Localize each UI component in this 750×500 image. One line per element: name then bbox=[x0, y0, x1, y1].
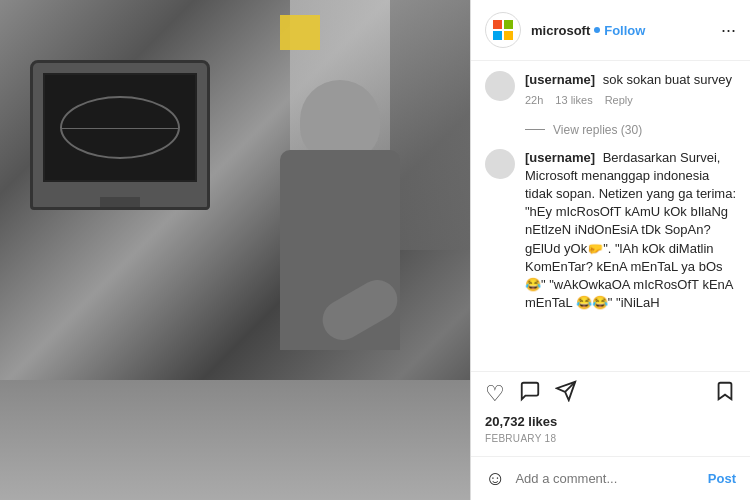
view-replies-label: View replies (30) bbox=[553, 123, 642, 137]
comment-time: 22h bbox=[525, 93, 543, 108]
like-button[interactable]: ♡ bbox=[485, 381, 505, 407]
comments-area[interactable]: [username] sok sokan buat survey 22h 13 … bbox=[471, 61, 750, 371]
post-comment-button[interactable]: Post bbox=[708, 471, 736, 486]
reply-button[interactable]: Reply bbox=[605, 93, 633, 108]
comment-text: sok sokan buat survey bbox=[603, 72, 732, 87]
desk bbox=[0, 380, 470, 500]
comment-likes: 13 likes bbox=[555, 93, 592, 108]
ms-logo-green bbox=[504, 20, 513, 29]
emoji-picker-button[interactable]: ☺ bbox=[485, 467, 505, 490]
follow-button[interactable]: Follow bbox=[604, 23, 645, 38]
ms-logo-red bbox=[493, 20, 502, 29]
commenter-username-2[interactable]: [username] bbox=[525, 150, 595, 165]
reply-line-decoration bbox=[525, 129, 545, 130]
comment-meta: 22h 13 likes Reply bbox=[525, 93, 736, 108]
action-buttons-row: ♡ bbox=[485, 380, 736, 408]
username-label[interactable]: microsoft bbox=[531, 23, 590, 38]
view-replies-button[interactable]: View replies (30) bbox=[525, 123, 736, 137]
comment-button[interactable] bbox=[519, 380, 541, 408]
commenter-avatar bbox=[485, 71, 515, 101]
comment-item: [username] sok sokan buat survey 22h 13 … bbox=[485, 71, 736, 109]
post-actions: ♡ 20,732 likes February 18 bbox=[471, 371, 750, 456]
person-silhouette bbox=[230, 80, 410, 380]
vintage-monitor bbox=[30, 60, 210, 210]
ms-logo-yellow bbox=[504, 31, 513, 40]
likes-count: 20,732 likes bbox=[485, 414, 736, 429]
post-date: February 18 bbox=[485, 433, 736, 444]
post-image bbox=[0, 0, 470, 500]
commenter-username[interactable]: [username] bbox=[525, 72, 595, 87]
comment-text-2: Berdasarkan Survei, Microsoft menanggap … bbox=[525, 150, 736, 311]
more-options-button[interactable]: ··· bbox=[721, 21, 736, 39]
commenter-avatar-2 bbox=[485, 149, 515, 179]
ms-logo-blue bbox=[493, 31, 502, 40]
sticky-note bbox=[280, 15, 320, 50]
add-comment-area: ☺ Post bbox=[471, 456, 750, 500]
comment-input[interactable] bbox=[515, 471, 707, 486]
comment-content: [username] sok sokan buat survey 22h 13 … bbox=[525, 71, 736, 109]
instagram-right-panel: microsoft Follow ··· [username] sok soka… bbox=[470, 0, 750, 500]
share-button[interactable] bbox=[555, 380, 577, 408]
header-info: microsoft Follow bbox=[531, 23, 721, 38]
verified-badge bbox=[594, 27, 600, 33]
comment-item-2: [username] Berdasarkan Survei, Microsoft… bbox=[485, 149, 736, 313]
avatar[interactable] bbox=[485, 12, 521, 48]
bookmark-button[interactable] bbox=[714, 380, 736, 408]
comment-content-2: [username] Berdasarkan Survei, Microsoft… bbox=[525, 149, 736, 313]
post-header: microsoft Follow ··· bbox=[471, 0, 750, 61]
microsoft-logo bbox=[493, 20, 513, 40]
